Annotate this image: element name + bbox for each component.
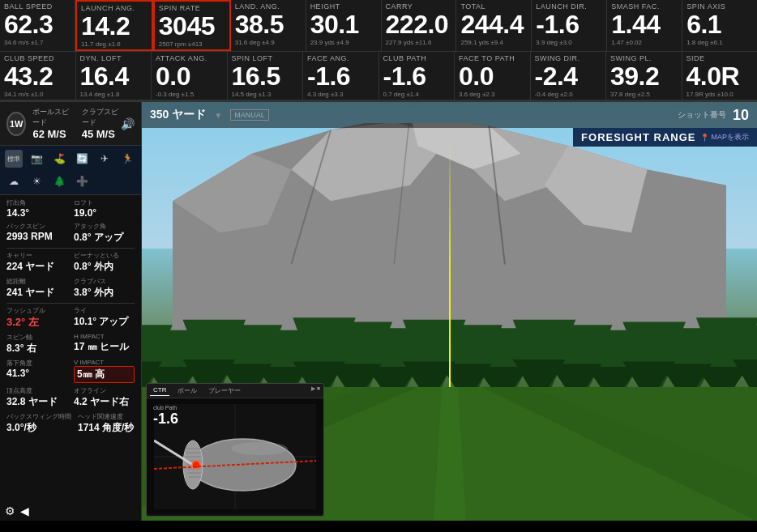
stat-swing-dir: SWING DIR. -2.4 -0.4 deg ±2.0	[531, 52, 607, 100]
left-panel: 1W ボールスピード 62 M/S クラブスピード 45 M/S 🔊 標準 📷 …	[0, 102, 142, 521]
backspin-attack-pair: バックスピン 2993 RPM アタック角 0.8° アップ	[6, 222, 135, 245]
backswing-headspeed-pair: バックスウィング時間 3.0°/秒 ヘッド関連速度 1714 角度/秒	[6, 412, 135, 435]
total-item: 総距離 241 ヤード	[6, 277, 67, 300]
club-header: 1W ボールスピード 62 M/S クラブスピード 45 M/S 🔊	[0, 102, 141, 146]
backspin-item: バックスピン 2993 RPM	[6, 222, 67, 245]
shot-number: 10	[733, 107, 749, 124]
stat-height: HEIGHT 30.1 23.9 yds ±4.9	[306, 0, 382, 51]
attack-angle-item: アタック角 0.8° アップ	[74, 222, 135, 245]
inset-panel: CTR ボール ブレーヤー ▶ ■ club Path -1.6	[146, 383, 324, 517]
lie-item: ライ 10.1° アップ	[74, 306, 135, 330]
nav-trees[interactable]: 🌲	[50, 172, 68, 190]
offline-item: オフライン 4.2 ヤード右	[74, 386, 135, 409]
stat-launch-angle: LAUNCH ANG. 14.2 11.7 deg ±1.6	[75, 0, 153, 51]
push-item: フッシュプル 3.2° 左	[6, 306, 67, 330]
nav-cloud[interactable]: ☁	[5, 172, 23, 190]
launch-loft-pair: 打出角 14.3° ロフト 19.0°	[6, 198, 135, 219]
stat-attack-angle: ATTACK ANG. 0.0 -0.3 deg ±1.5	[152, 52, 228, 100]
total-clubpath-pair: 総距離 241 ヤード クラブパス 3.8° 外内	[6, 277, 135, 300]
standard-label: 標準	[7, 155, 20, 164]
stat-face-angle: FACE ANG. -1.6 4.3 deg ±3.3	[303, 52, 379, 100]
stat-swing-plane: SWING PL. 39.2 37.8 deg ±2.5	[606, 52, 682, 100]
stat-launch-dir: LAUNCH DIR. -1.6 3.9 deg ±3.0	[532, 0, 607, 51]
scene-background: 350 ヤード ▼ MANUAL ショット番号 10 FORESIGHT RAN…	[142, 102, 757, 521]
back-arrow-icon[interactable]: ◀	[20, 504, 29, 517]
stat-side: SIDE 4.0R 17.9R yds ±10.0	[682, 52, 758, 100]
inset-tab-ball[interactable]: ボール	[174, 385, 200, 396]
club-path-item: クラブパス 3.8° 外内	[74, 277, 135, 300]
inset-tab-player[interactable]: ブレーヤー	[205, 385, 244, 396]
distance-display: 350 ヤード	[150, 108, 206, 122]
h-impact-item: H IMPACT 17 ㎜ ヒール	[74, 333, 135, 355]
map-pin-icon: 📍	[700, 134, 709, 142]
stat-spin-rate: SPIN RATE 3045 2507 rpm ±413	[153, 0, 231, 51]
peak-height-item: 頂点高度 32.8 ヤード	[6, 386, 67, 409]
carry-item: キャリー 224 ヤード	[6, 251, 67, 274]
divider-2	[6, 303, 135, 304]
foresight-bar: FORESIGHT RANGE 📍 MAPを表示	[573, 128, 757, 147]
peak-offline-pair: 頂点高度 32.8 ヤード オフライン 4.2 ヤード右	[6, 386, 135, 409]
bottom-section: 1W ボールスピード 62 M/S クラブスピード 45 M/S 🔊 標準 📷 …	[0, 102, 757, 521]
main-view: 350 ヤード ▼ MANUAL ショット番号 10 FORESIGHT RAN…	[142, 102, 757, 521]
svg-point-95	[231, 442, 288, 455]
sound-icon[interactable]: 🔊	[121, 117, 135, 130]
ball-speed-display: ボールスピード 62 M/S	[32, 107, 71, 140]
stats-row-2: CLUB SPEED 43.2 34.1 m/s ±1.0 DYN. LOFT …	[0, 52, 757, 100]
loft-item: ロフト 19.0°	[74, 198, 135, 219]
manual-badge: MANUAL	[230, 109, 269, 121]
spin-axis-item: スピン軸 8.3° 右	[6, 333, 67, 355]
hud-top-bar: 350 ヤード ▼ MANUAL ショット番号 10	[142, 102, 757, 128]
carry-topin-pair: キャリー 224 ヤード ピーナッといる 0.8° 外内	[6, 251, 135, 274]
foresight-brand: FORESIGHT RANGE	[581, 131, 695, 143]
stat-spin-axis: SPIN AXIS 6.1 1.8 deg ±6.1	[682, 0, 757, 51]
stat-total: TOTAL 244.4 259.1 yds ±9.4	[456, 0, 532, 51]
shot-label: ショット番号	[678, 109, 726, 121]
push-lie-pair: フッシュプル 3.2° 左 ライ 10.1° アップ	[6, 306, 135, 330]
stat-dyn-loft: DYN. LOFT 16.4 13.4 deg ±1.8	[76, 52, 152, 100]
nav-bar: 標準 📷 ⛳ 🔄 ✈ 🏃 ☁ ☀ 🌲 ➕	[0, 146, 141, 195]
stat-land-angle: LAND. ANG. 38.5 31.6 deg ±4.9	[231, 0, 306, 51]
divider-1	[6, 248, 135, 249]
trajectory-line	[449, 136, 451, 387]
stat-carry: CARRY 222.0 227.9 yds ±11.6	[382, 0, 457, 51]
club-speed-display: クラブスピード 45 M/S	[82, 107, 121, 140]
stat-ball-speed: BALL SPEED 62.3 34.6 m/s ±1.7	[0, 0, 75, 51]
nav-plus[interactable]: ➕	[73, 172, 91, 190]
stat-smash-fac: SMASH FAC. 1.44 1.47 ±0.02	[607, 0, 682, 51]
stat-club-path: CLUB PATH -1.6 0.7 deg ±1.4	[379, 52, 455, 100]
settings-icon[interactable]: ⚙	[5, 504, 15, 517]
inset-body: club Path -1.6	[147, 398, 323, 514]
inset-header: CTR ボール ブレーヤー ▶ ■	[147, 384, 323, 398]
stat-club-speed: CLUB SPEED 43.2 34.1 m/s ±1.0	[0, 52, 76, 100]
chevron-down-icon: ▼	[214, 111, 222, 120]
stat-face-to-path: FACE TO PATH 0.0 3.6 deg ±2.3	[455, 52, 531, 100]
hud-right: ショット番号 10	[678, 107, 749, 124]
bottom-icons: ⚙ ◀	[5, 504, 29, 517]
nav-person[interactable]: 🏃	[118, 150, 136, 168]
backswing-item: バックスウィング時間 3.0°/秒	[6, 412, 71, 435]
stats-row-1: BALL SPEED 62.3 34.6 m/s ±1.7 LAUNCH ANG…	[0, 0, 757, 52]
spin-axis-impact-pair: スピン軸 8.3° 右 H IMPACT 17 ㎜ ヒール	[6, 333, 135, 355]
nav-plane[interactable]: ✈	[96, 150, 113, 168]
club-path-overlay: club Path -1.6	[153, 405, 178, 428]
head-speed-item: ヘッド関連速度 1714 角度/秒	[78, 412, 135, 435]
launch-angle-item: 打出角 14.3°	[6, 198, 67, 219]
nav-sun[interactable]: ☀	[28, 172, 45, 190]
nav-refresh[interactable]: 🔄	[73, 150, 91, 168]
fall-angle-item: 落下角度 41.3°	[6, 359, 67, 383]
to-pin-item: ピーナッといる 0.8° 外内	[74, 251, 135, 274]
stats-panel: BALL SPEED 62.3 34.6 m/s ±1.7 LAUNCH ANG…	[0, 0, 757, 102]
fall-angle-impact-pair: 落下角度 41.3° V IMPACT 5㎜ 高	[6, 359, 135, 383]
v-impact-item: V IMPACT 5㎜ 高	[74, 359, 135, 383]
stat-spin-loft: SPIN LOFT 16.5 14.5 deg ±1.3	[228, 52, 304, 100]
club-icon[interactable]: 1W	[6, 112, 26, 136]
inset-status: ▶ ■	[311, 385, 320, 396]
map-button[interactable]: 📍 MAPを表示	[700, 132, 749, 143]
nav-flag[interactable]: ⛳	[50, 150, 68, 168]
data-rows: 打出角 14.3° ロフト 19.0° バックスピン 2993 RPM アタック…	[0, 195, 141, 441]
nav-standard[interactable]: 標準	[5, 150, 23, 168]
inset-tab-ctr[interactable]: CTR	[150, 385, 169, 396]
nav-camera[interactable]: 📷	[28, 150, 45, 168]
